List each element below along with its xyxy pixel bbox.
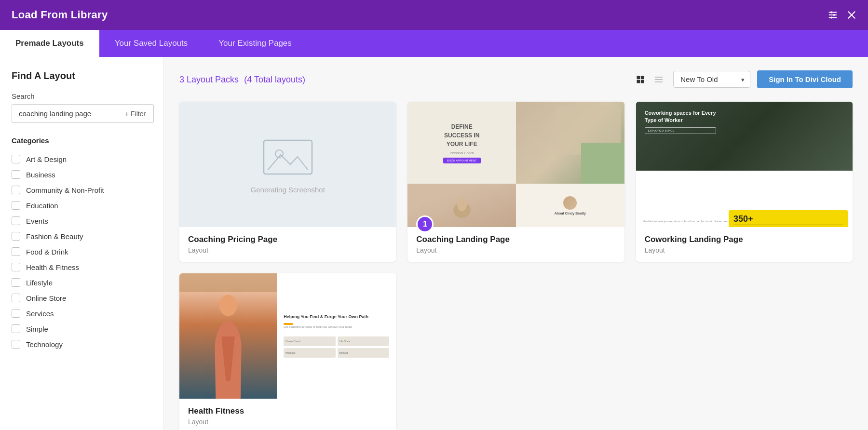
category-checkbox-services[interactable] (12, 309, 20, 318)
category-label-education: Education (26, 202, 58, 210)
sort-wrapper: New To Old Old To New A to Z Z to A (673, 71, 750, 88)
category-checkbox-fashion-beauty[interactable] (12, 232, 20, 241)
card-type: Layout (188, 418, 387, 426)
category-item-events[interactable]: Events (12, 213, 152, 228)
hand-icon (450, 191, 474, 220)
category-checkbox-events[interactable] (12, 216, 20, 225)
sign-in-button[interactable]: Sign In To Divi Cloud (757, 70, 853, 88)
category-checkbox-simple[interactable] (12, 324, 20, 333)
svg-rect-15 (264, 140, 312, 174)
thumb-bottom: About Cindy Bradly (407, 184, 624, 227)
grid-view-button[interactable] (633, 72, 648, 87)
card-title: Coworking Landing Page (645, 235, 844, 244)
category-checkbox-community-nonprofit[interactable] (12, 186, 20, 194)
svg-rect-9 (641, 76, 644, 79)
svg-rect-10 (637, 80, 640, 83)
lifestyle-right: Helping You Find & Forge Your Own Path L… (277, 273, 396, 399)
category-label-online-store: Online Store (26, 294, 66, 302)
category-checkbox-education[interactable] (12, 201, 20, 210)
card-thumbnail-coaching-landing: DEFINESUCCESS INYOUR LIFE Personal Coach… (407, 102, 624, 227)
layout-card-coaching-pricing[interactable]: Generating Screenshot Coaching Pricing P… (179, 102, 396, 262)
category-item-technology[interactable]: Technology (12, 336, 152, 352)
sort-select[interactable]: New To Old Old To New A to Z Z to A (673, 71, 750, 88)
categories-list: Art & Design Business Community & Non-Pr… (12, 151, 152, 352)
category-checkbox-health-fitness[interactable] (12, 263, 20, 271)
tab-existing-pages[interactable]: Your Existing Pages (203, 30, 307, 57)
main-container: Find A Layout Search + Filter Categories… (0, 57, 868, 430)
card-title: Health Fitness (188, 406, 387, 416)
card-type: Layout (416, 246, 615, 254)
grid-icon (636, 75, 645, 84)
card-info: Coworking Landing Page Layout (636, 227, 853, 262)
thumb-title: DEFINESUCCESS INYOUR LIFE (444, 122, 479, 148)
category-checkbox-business[interactable] (12, 170, 20, 179)
layouts-grid: Generating Screenshot Coaching Pricing P… (179, 102, 853, 430)
category-checkbox-food-drink[interactable] (12, 247, 20, 256)
category-checkbox-online-store[interactable] (12, 294, 20, 302)
content-header: 3 Layout Packs (4 Total layouts) (179, 70, 853, 88)
category-item-community-nonprofit[interactable]: Community & Non-Profit (12, 182, 152, 198)
category-item-health-fitness[interactable]: Health & Fitness (12, 259, 152, 275)
category-item-food-drink[interactable]: Food & Drink (12, 244, 152, 259)
card-image-wrapper: DEFINESUCCESS INYOUR LIFE Personal Coach… (407, 102, 624, 227)
view-toggle (633, 72, 666, 87)
lifestyle-left (179, 273, 277, 399)
category-label-technology: Technology (26, 340, 63, 349)
close-icon (847, 10, 856, 20)
card-info: Coaching Pricing Page Layout (179, 227, 396, 262)
close-button[interactable] (847, 10, 856, 20)
find-layout-title: Find A Layout (12, 70, 152, 81)
category-checkbox-technology[interactable] (12, 340, 20, 349)
sidebar: Find A Layout Search + Filter Categories… (0, 57, 164, 430)
layout-card-coworking[interactable]: Coworking spaces for EveryType of Worker… (636, 102, 853, 262)
category-item-education[interactable]: Education (12, 198, 152, 213)
category-checkbox-lifestyle[interactable] (12, 278, 20, 287)
adjust-icon-button[interactable] (827, 10, 838, 20)
thumb-about: About Cindy Bradly (516, 184, 624, 227)
category-item-services[interactable]: Services (12, 306, 152, 321)
category-item-business[interactable]: Business (12, 167, 152, 182)
category-item-online-store[interactable]: Online Store (12, 290, 152, 306)
category-checkbox-art-design[interactable] (12, 155, 20, 163)
cowork-background: Coworking spaces for EveryType of Worker… (636, 102, 853, 171)
card-type: Layout (645, 246, 844, 254)
category-label-services: Services (26, 309, 54, 318)
layout-card-health-fitness[interactable]: Helping You Find & Forge Your Own Path L… (179, 273, 396, 430)
cowork-title: Coworking spaces for EveryType of Worker… (645, 109, 716, 134)
card-info: Health Fitness Layout (179, 399, 396, 430)
category-label-business: Business (26, 171, 55, 179)
list-icon (654, 75, 664, 84)
category-item-simple[interactable]: Simple (12, 321, 152, 336)
thumb-left: DEFINESUCCESS INYOUR LIFE Personal Coach… (407, 102, 516, 184)
header-controls: New To Old Old To New A to Z Z to A Sign… (633, 70, 853, 88)
thumb-right (516, 102, 624, 184)
category-label-simple: Simple (26, 325, 48, 333)
categories-title: Categories (12, 136, 152, 145)
layout-card-coaching-landing[interactable]: DEFINESUCCESS INYOUR LIFE Personal Coach… (407, 102, 624, 262)
tab-premade-layouts[interactable]: Premade Layouts (0, 30, 99, 57)
header-actions (827, 10, 856, 20)
lifestyle-person (179, 292, 277, 399)
coworking-thumbnail: Coworking spaces for EveryType of Worker… (636, 102, 853, 227)
dialog-title: Load From Library (12, 9, 108, 21)
category-item-art-design[interactable]: Art & Design (12, 151, 152, 167)
list-view-button[interactable] (651, 72, 666, 87)
category-label-food-drink: Food & Drink (26, 248, 68, 256)
lifestyle-thumbnail: Helping You Find & Forge Your Own Path L… (179, 273, 396, 399)
tab-saved-layouts[interactable]: Your Saved Layouts (99, 30, 203, 57)
category-item-fashion-beauty[interactable]: Fashion & Beauty (12, 228, 152, 244)
svg-point-4 (833, 14, 835, 16)
card-title: Coaching Landing Page (416, 235, 615, 244)
category-label-art-design: Art & Design (26, 155, 67, 163)
tab-bar: Premade Layouts Your Saved Layouts Your … (0, 30, 868, 57)
category-item-lifestyle[interactable]: Lifestyle (12, 275, 152, 290)
filter-button[interactable]: + Filter (117, 104, 154, 123)
content-area: 3 Layout Packs (4 Total layouts) (164, 57, 868, 430)
svg-point-3 (830, 11, 832, 13)
layout-count: 3 Layout Packs (4 Total layouts) (179, 74, 305, 85)
search-label: Search (12, 92, 152, 100)
card-thumbnail-health-fitness: Helping You Find & Forge Your Own Path L… (179, 273, 396, 399)
search-input[interactable] (12, 104, 117, 123)
search-row: + Filter (12, 104, 152, 123)
card-title: Coaching Pricing Page (188, 235, 387, 244)
